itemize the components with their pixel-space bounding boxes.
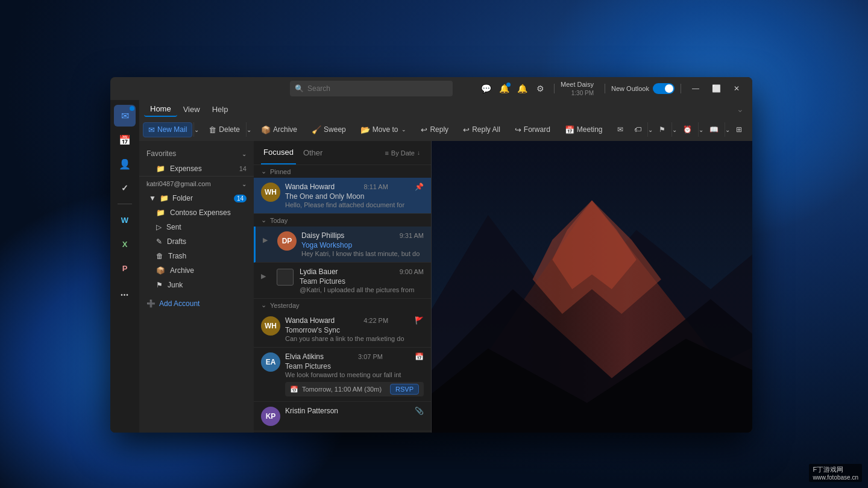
view-toggle-btn[interactable]: ⊞ [731, 123, 747, 136]
sidebar-item-tasks[interactable]: ✓ [114, 177, 136, 199]
yesterday-section-header[interactable]: ⌄ Yesterday [254, 299, 431, 311]
email-item-daisy1[interactable]: ▶ DP Daisy Phillips 9:31 AM Yoga Worksho… [254, 227, 431, 263]
email-item-elvia1[interactable]: EA Elvia Atikins 3:07 PM 📅 Team Pictures… [254, 348, 431, 402]
favorites-label: Favorites [146, 149, 176, 158]
nav-item-trash[interactable]: 🗑 Trash [139, 249, 254, 263]
more-actions-dropdown[interactable]: ⌄ [725, 122, 730, 137]
pinned-label: Pinned [270, 168, 291, 175]
move-to-chevron: ⌄ [401, 127, 406, 133]
tab-other[interactable]: Other [301, 141, 326, 164]
favorites-header[interactable]: Favorites ⌄ [139, 146, 254, 161]
content-area: ✉ 📅 👤 ✓ W X P ••• [110, 100, 752, 433]
email-action-btn[interactable]: ✉ [612, 123, 628, 136]
more-btn[interactable]: ··· [748, 123, 752, 136]
expand-arrow-lydia: ▶ [261, 272, 271, 280]
meeting-button[interactable]: 📅 Meeting [560, 123, 608, 137]
checkbox-lydia[interactable] [277, 269, 294, 286]
time-label: 1:30 PM [561, 89, 594, 97]
reply-button[interactable]: ↩ Reply [416, 123, 453, 137]
avatar-wanda2: WH [261, 316, 280, 336]
expand-arrow-daisy: ▶ [263, 236, 272, 244]
move-to-button[interactable]: 📂 Move to ⌄ [356, 123, 412, 137]
sidebar-item-calendar[interactable]: 📅 [114, 129, 136, 151]
today-section-header[interactable]: ⌄ Today [254, 214, 431, 227]
sender-daisy1: Daisy Phillips [301, 231, 344, 240]
excel-icon: X [122, 240, 128, 249]
subject-elvia1: Team Pictures [285, 362, 424, 371]
add-account-button[interactable]: ➕ Add Account [139, 295, 254, 313]
new-mail-icon: ✉ [148, 125, 155, 134]
expand-ribbon-button[interactable]: ⌄ [733, 104, 747, 114]
email-item-wanda2[interactable]: WH Wanda Howard 4:22 PM 🚩 Tomorrow's Syn… [254, 311, 431, 348]
expenses-label: Expenses [170, 164, 202, 173]
feedback-icon[interactable]: 💬 [479, 81, 494, 96]
sidebar-item-contacts[interactable]: 👤 [114, 153, 136, 175]
delete-dropdown[interactable]: ⌄ [246, 122, 251, 137]
account-header[interactable]: katri0487@gmail.com ⌄ [139, 176, 254, 191]
pinned-chevron: ⌄ [261, 167, 266, 175]
rsvp-button[interactable]: RSVP [390, 384, 419, 395]
filter-button[interactable]: ≡ By Date ↓ [381, 148, 424, 158]
pin-icon-wanda1: 📌 [415, 183, 424, 191]
search-box[interactable]: 🔍 [290, 81, 453, 96]
pinned-section-header[interactable]: ⌄ Pinned [254, 165, 431, 178]
word-icon: W [121, 216, 128, 225]
nav-item-archive[interactable]: 📦 Archive [139, 263, 254, 278]
sweep-button[interactable]: 🧹 Sweep [307, 123, 351, 137]
preview-wanda2: Can you share a link to the marketing do [285, 335, 424, 342]
nav-item-expenses[interactable]: 📁 Expenses 14 [139, 161, 254, 176]
settings-icon[interactable]: ⚙ [533, 81, 548, 96]
clock-dropdown[interactable]: ⌄ [698, 122, 703, 137]
folder-icon: 📁 [156, 164, 165, 173]
email-item-lydia1[interactable]: ▶ Lydia Bauer 9:00 AM Team Picture [254, 263, 431, 299]
clock-btn[interactable]: ⏰ [678, 123, 697, 136]
view-toggle-icon: ⊞ [736, 125, 742, 134]
tab-focused[interactable]: Focused [261, 141, 296, 164]
search-input[interactable] [307, 84, 448, 93]
sender-kristin1: Kristin Patterson [285, 407, 338, 415]
flag-btn[interactable]: ⚑ [654, 123, 670, 136]
nav-item-drafts[interactable]: ✎ Drafts [139, 234, 254, 249]
meet-daisy-section: Meet Daisy 1:30 PM [561, 80, 594, 96]
add-account-icon: ➕ [146, 299, 156, 308]
mail-icon: ✉ [121, 110, 129, 122]
reply-all-button[interactable]: ↩ Reply All [458, 123, 505, 137]
tag-btn[interactable]: 🏷 [629, 123, 646, 136]
watermark-text: F丁游戏网 [813, 465, 858, 474]
new-mail-button[interactable]: ✉ New Mail [143, 122, 192, 137]
folder-header[interactable]: ▼ 📁 Folder 14 [139, 191, 254, 205]
delete-button[interactable]: 🗑 Delete [204, 123, 245, 137]
nav-item-sent[interactable]: ▷ Sent [139, 220, 254, 234]
sidebar-item-excel[interactable]: X [114, 233, 136, 255]
sidebar-item-powerpoint[interactable]: P [114, 257, 136, 279]
minimize-button[interactable]: — [687, 80, 704, 97]
email-item-wanda1[interactable]: WH Wanda Howard 8:11 AM 📌 The One and On… [254, 178, 431, 214]
tag-dropdown[interactable]: ⌄ [647, 122, 653, 137]
archive-button[interactable]: 📦 Archive [256, 123, 302, 137]
flag-dropdown[interactable]: ⌄ [671, 122, 677, 137]
menu-help[interactable]: Help [206, 102, 234, 116]
alerts-icon[interactable]: 🔔 [515, 81, 530, 96]
ellipsis-icon: ••• [121, 292, 129, 298]
maximize-button[interactable]: ⬜ [708, 80, 725, 97]
nav-item-junk[interactable]: ⚑ Junk [139, 278, 254, 292]
sidebar-item-word[interactable]: W [114, 209, 136, 231]
sent-label: Sent [166, 223, 181, 231]
subject-lydia1: Team Pictures [300, 277, 424, 286]
menu-view[interactable]: View [177, 102, 206, 116]
subject-wanda1: The One and Only Moon [285, 192, 424, 201]
preview-wanda1: Hello, Please find attached document for [285, 201, 424, 208]
new-outlook-toggle[interactable] [653, 83, 675, 94]
email-item-kristin1[interactable]: KP Kristin Patterson 📎 [254, 402, 431, 431]
archive-icon: 📦 [261, 125, 271, 134]
more-apps[interactable]: ••• [114, 284, 136, 305]
meeting-label: Meeting [577, 125, 603, 134]
menu-home[interactable]: Home [144, 102, 177, 117]
sidebar-item-mail[interactable]: ✉ [114, 105, 136, 127]
immersive-reader-btn[interactable]: 📖 [705, 123, 723, 136]
notifications-icon[interactable]: 🔔 [497, 81, 512, 96]
forward-button[interactable]: ↪ Forward [510, 123, 555, 137]
close-button[interactable]: ✕ [728, 80, 745, 97]
new-mail-dropdown[interactable]: ⌄ [193, 122, 199, 137]
nav-item-contoso[interactable]: 📁 Contoso Expenses [139, 205, 254, 220]
